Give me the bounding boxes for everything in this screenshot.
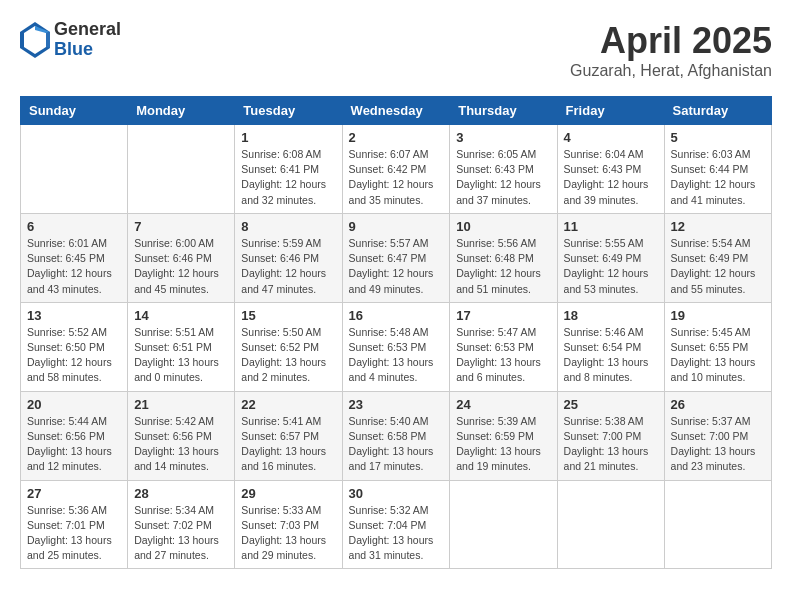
day-info: Sunrise: 5:45 AMSunset: 6:55 PMDaylight:… <box>671 325 765 386</box>
day-number: 1 <box>241 130 335 145</box>
header-wednesday: Wednesday <box>342 97 450 125</box>
calendar-cell <box>128 125 235 214</box>
day-info: Sunrise: 6:05 AMSunset: 6:43 PMDaylight:… <box>456 147 550 208</box>
calendar-cell <box>450 480 557 569</box>
day-number: 19 <box>671 308 765 323</box>
svg-marker-3 <box>46 32 50 48</box>
day-number: 7 <box>134 219 228 234</box>
header-saturday: Saturday <box>664 97 771 125</box>
header-sunday: Sunday <box>21 97 128 125</box>
day-info: Sunrise: 6:07 AMSunset: 6:42 PMDaylight:… <box>349 147 444 208</box>
day-number: 18 <box>564 308 658 323</box>
day-info: Sunrise: 5:42 AMSunset: 6:56 PMDaylight:… <box>134 414 228 475</box>
day-info: Sunrise: 5:40 AMSunset: 6:58 PMDaylight:… <box>349 414 444 475</box>
calendar-cell: 6Sunrise: 6:01 AMSunset: 6:45 PMDaylight… <box>21 213 128 302</box>
day-info: Sunrise: 5:55 AMSunset: 6:49 PMDaylight:… <box>564 236 658 297</box>
calendar-week-3: 13Sunrise: 5:52 AMSunset: 6:50 PMDayligh… <box>21 302 772 391</box>
day-info: Sunrise: 5:39 AMSunset: 6:59 PMDaylight:… <box>456 414 550 475</box>
calendar-cell: 19Sunrise: 5:45 AMSunset: 6:55 PMDayligh… <box>664 302 771 391</box>
day-number: 15 <box>241 308 335 323</box>
day-number: 11 <box>564 219 658 234</box>
day-number: 30 <box>349 486 444 501</box>
header-friday: Friday <box>557 97 664 125</box>
day-number: 20 <box>27 397 121 412</box>
logo: General Blue <box>20 20 121 60</box>
calendar-cell: 21Sunrise: 5:42 AMSunset: 6:56 PMDayligh… <box>128 391 235 480</box>
day-info: Sunrise: 5:41 AMSunset: 6:57 PMDaylight:… <box>241 414 335 475</box>
day-info: Sunrise: 5:44 AMSunset: 6:56 PMDaylight:… <box>27 414 121 475</box>
calendar-cell: 27Sunrise: 5:36 AMSunset: 7:01 PMDayligh… <box>21 480 128 569</box>
calendar-cell: 20Sunrise: 5:44 AMSunset: 6:56 PMDayligh… <box>21 391 128 480</box>
calendar-cell: 9Sunrise: 5:57 AMSunset: 6:47 PMDaylight… <box>342 213 450 302</box>
day-info: Sunrise: 6:08 AMSunset: 6:41 PMDaylight:… <box>241 147 335 208</box>
day-info: Sunrise: 6:00 AMSunset: 6:46 PMDaylight:… <box>134 236 228 297</box>
calendar-table: SundayMondayTuesdayWednesdayThursdayFrid… <box>20 96 772 569</box>
day-number: 28 <box>134 486 228 501</box>
calendar-cell: 3Sunrise: 6:05 AMSunset: 6:43 PMDaylight… <box>450 125 557 214</box>
calendar-week-4: 20Sunrise: 5:44 AMSunset: 6:56 PMDayligh… <box>21 391 772 480</box>
day-info: Sunrise: 6:03 AMSunset: 6:44 PMDaylight:… <box>671 147 765 208</box>
day-info: Sunrise: 5:34 AMSunset: 7:02 PMDaylight:… <box>134 503 228 564</box>
day-number: 23 <box>349 397 444 412</box>
calendar-cell: 28Sunrise: 5:34 AMSunset: 7:02 PMDayligh… <box>128 480 235 569</box>
title-block: April 2025 Guzarah, Herat, Afghanistan <box>570 20 772 80</box>
calendar-cell: 18Sunrise: 5:46 AMSunset: 6:54 PMDayligh… <box>557 302 664 391</box>
calendar-cell: 29Sunrise: 5:33 AMSunset: 7:03 PMDayligh… <box>235 480 342 569</box>
calendar-cell: 25Sunrise: 5:38 AMSunset: 7:00 PMDayligh… <box>557 391 664 480</box>
day-number: 14 <box>134 308 228 323</box>
calendar-cell: 24Sunrise: 5:39 AMSunset: 6:59 PMDayligh… <box>450 391 557 480</box>
day-number: 22 <box>241 397 335 412</box>
page-header: General Blue April 2025 Guzarah, Herat, … <box>20 20 772 80</box>
calendar-week-5: 27Sunrise: 5:36 AMSunset: 7:01 PMDayligh… <box>21 480 772 569</box>
day-number: 17 <box>456 308 550 323</box>
day-info: Sunrise: 5:47 AMSunset: 6:53 PMDaylight:… <box>456 325 550 386</box>
logo-text: General Blue <box>54 20 121 60</box>
calendar-cell: 15Sunrise: 5:50 AMSunset: 6:52 PMDayligh… <box>235 302 342 391</box>
calendar-cell: 30Sunrise: 5:32 AMSunset: 7:04 PMDayligh… <box>342 480 450 569</box>
day-info: Sunrise: 5:57 AMSunset: 6:47 PMDaylight:… <box>349 236 444 297</box>
header-thursday: Thursday <box>450 97 557 125</box>
calendar-cell: 2Sunrise: 6:07 AMSunset: 6:42 PMDaylight… <box>342 125 450 214</box>
day-info: Sunrise: 5:36 AMSunset: 7:01 PMDaylight:… <box>27 503 121 564</box>
logo-icon <box>20 22 50 58</box>
day-number: 24 <box>456 397 550 412</box>
day-number: 9 <box>349 219 444 234</box>
day-info: Sunrise: 6:04 AMSunset: 6:43 PMDaylight:… <box>564 147 658 208</box>
day-info: Sunrise: 5:52 AMSunset: 6:50 PMDaylight:… <box>27 325 121 386</box>
day-info: Sunrise: 5:59 AMSunset: 6:46 PMDaylight:… <box>241 236 335 297</box>
day-number: 10 <box>456 219 550 234</box>
calendar-cell: 4Sunrise: 6:04 AMSunset: 6:43 PMDaylight… <box>557 125 664 214</box>
calendar-cell: 17Sunrise: 5:47 AMSunset: 6:53 PMDayligh… <box>450 302 557 391</box>
day-number: 16 <box>349 308 444 323</box>
calendar-cell: 23Sunrise: 5:40 AMSunset: 6:58 PMDayligh… <box>342 391 450 480</box>
calendar-cell: 22Sunrise: 5:41 AMSunset: 6:57 PMDayligh… <box>235 391 342 480</box>
day-info: Sunrise: 5:37 AMSunset: 7:00 PMDaylight:… <box>671 414 765 475</box>
day-number: 13 <box>27 308 121 323</box>
calendar-cell <box>557 480 664 569</box>
day-info: Sunrise: 5:54 AMSunset: 6:49 PMDaylight:… <box>671 236 765 297</box>
calendar-cell: 14Sunrise: 5:51 AMSunset: 6:51 PMDayligh… <box>128 302 235 391</box>
location-title: Guzarah, Herat, Afghanistan <box>570 62 772 80</box>
day-info: Sunrise: 5:46 AMSunset: 6:54 PMDaylight:… <box>564 325 658 386</box>
calendar-cell: 8Sunrise: 5:59 AMSunset: 6:46 PMDaylight… <box>235 213 342 302</box>
calendar-cell: 16Sunrise: 5:48 AMSunset: 6:53 PMDayligh… <box>342 302 450 391</box>
day-number: 21 <box>134 397 228 412</box>
calendar-header-row: SundayMondayTuesdayWednesdayThursdayFrid… <box>21 97 772 125</box>
day-info: Sunrise: 5:32 AMSunset: 7:04 PMDaylight:… <box>349 503 444 564</box>
day-number: 8 <box>241 219 335 234</box>
day-number: 5 <box>671 130 765 145</box>
calendar-cell: 10Sunrise: 5:56 AMSunset: 6:48 PMDayligh… <box>450 213 557 302</box>
calendar-cell: 13Sunrise: 5:52 AMSunset: 6:50 PMDayligh… <box>21 302 128 391</box>
day-number: 3 <box>456 130 550 145</box>
day-info: Sunrise: 5:50 AMSunset: 6:52 PMDaylight:… <box>241 325 335 386</box>
day-number: 2 <box>349 130 444 145</box>
day-number: 27 <box>27 486 121 501</box>
day-number: 26 <box>671 397 765 412</box>
day-number: 29 <box>241 486 335 501</box>
day-number: 12 <box>671 219 765 234</box>
calendar-week-1: 1Sunrise: 6:08 AMSunset: 6:41 PMDaylight… <box>21 125 772 214</box>
calendar-cell: 26Sunrise: 5:37 AMSunset: 7:00 PMDayligh… <box>664 391 771 480</box>
day-info: Sunrise: 5:33 AMSunset: 7:03 PMDaylight:… <box>241 503 335 564</box>
day-info: Sunrise: 5:48 AMSunset: 6:53 PMDaylight:… <box>349 325 444 386</box>
calendar-week-2: 6Sunrise: 6:01 AMSunset: 6:45 PMDaylight… <box>21 213 772 302</box>
